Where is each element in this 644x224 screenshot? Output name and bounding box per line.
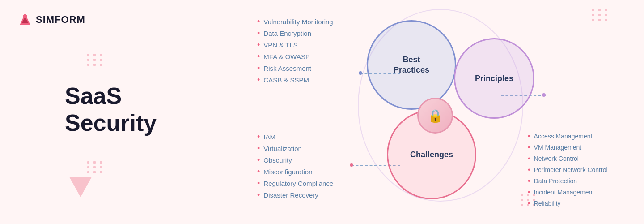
shield-icon: 🔒 — [428, 108, 443, 123]
dot-principles — [542, 93, 546, 97]
list-item: Data Encryption — [257, 29, 333, 38]
list-item: Vulnerability Monitoring — [257, 17, 333, 26]
main-title: SaaS Security — [65, 83, 157, 137]
list-item: Misconfiguration — [257, 167, 333, 177]
logo-text: SIMFORM — [36, 14, 85, 26]
decorative-dots-bottom-left — [87, 161, 103, 173]
list-item: VPN & TLS — [257, 40, 333, 50]
circle-principles: Principles — [454, 38, 534, 119]
circle-challenges-label: Challenges — [410, 150, 453, 159]
list-item: IAM — [257, 132, 333, 142]
circle-principles-label: Principles — [475, 74, 513, 83]
list-item: Risk Assesment — [257, 64, 333, 73]
decorative-dots-top-left — [87, 54, 103, 66]
decorative-dots-top-right — [592, 9, 608, 21]
list-item: MFA & OWASP — [257, 52, 333, 61]
best-practices-list: Vulnerability Monitoring Data Encryption… — [257, 17, 333, 87]
list-item: Virtualization — [257, 144, 333, 153]
circle-best-practices-label: BestPractices — [394, 55, 429, 76]
list-item: Disaster Recovery — [257, 190, 333, 200]
simform-logo-icon — [18, 13, 32, 27]
main-title-line2: Security — [65, 110, 157, 137]
dot-challenges — [350, 163, 353, 167]
diagram: BestPractices Challenges Principles 🔒 — [326, 13, 546, 215]
dot-best-practices — [359, 71, 362, 75]
logo: SIMFORM — [18, 13, 85, 27]
list-item: Regulatory Compliance — [257, 179, 333, 188]
center-shield: 🔒 — [417, 98, 453, 134]
list-item: Obscurity — [257, 155, 333, 165]
challenges-list: IAM Virtualization Obscurity Misconfigur… — [257, 132, 333, 202]
circle-best-practices: BestPractices — [367, 20, 456, 110]
decorative-triangle — [69, 177, 92, 197]
list-item: CASB & SSPM — [257, 75, 333, 85]
main-title-line1: SaaS — [65, 83, 157, 110]
